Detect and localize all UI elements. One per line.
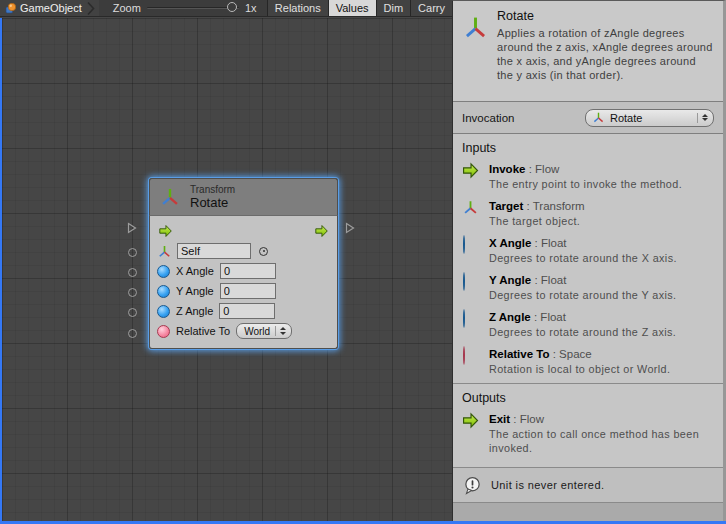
z-angle-field[interactable] xyxy=(219,303,275,319)
x-angle-row: X Angle xyxy=(157,261,330,281)
outputs-header: Outputs xyxy=(453,384,723,411)
object-picker-icon[interactable] xyxy=(259,247,268,256)
gameobject-icon xyxy=(4,2,17,15)
tab-values[interactable]: Values xyxy=(328,0,376,16)
zoom-control: Zoom 1x xyxy=(99,0,257,16)
exit-flow-icon[interactable] xyxy=(313,224,330,238)
node-kind: Transform xyxy=(190,184,235,195)
warning-banner: Unit is never entered. xyxy=(453,467,723,503)
relative-to-port-icon[interactable] xyxy=(157,325,170,338)
zoom-value: 1x xyxy=(245,2,257,14)
transform-axes-icon xyxy=(462,14,489,41)
z-angle-label: Z Angle xyxy=(176,305,213,317)
port-description: The target object. xyxy=(489,214,713,228)
relative-to-dropdown[interactable]: World xyxy=(236,323,292,339)
inspector-footer xyxy=(453,503,723,521)
tab-relations[interactable]: Relations xyxy=(267,0,328,16)
relative-to-row: Relative To World xyxy=(157,321,330,341)
transform-axes-icon xyxy=(462,199,479,216)
float-port-icon xyxy=(462,273,479,290)
invoke-flow-icon[interactable] xyxy=(157,224,174,238)
unit-description-panel: Rotate Applies a rotation of zAngle degr… xyxy=(453,1,723,102)
tab-carry[interactable]: Carry xyxy=(410,0,452,16)
y-angle-row: Y Angle xyxy=(157,281,330,301)
warning-icon xyxy=(463,476,482,495)
target-self-field[interactable] xyxy=(177,243,251,259)
node-title: Rotate xyxy=(190,195,235,210)
invocation-label: Invocation xyxy=(462,112,514,124)
inputs-header: Inputs xyxy=(453,134,723,161)
x-angle-field[interactable] xyxy=(220,263,276,279)
float-port-icon xyxy=(462,310,479,327)
x-angle-port-icon[interactable] xyxy=(157,265,170,278)
breadcrumb-label: GameObject xyxy=(20,2,82,14)
y-angle-input-connector[interactable] xyxy=(128,288,137,297)
breadcrumb[interactable]: GameObject xyxy=(0,0,99,16)
flow-input-connector[interactable] xyxy=(127,222,137,234)
inspector-description: Applies a rotation of zAngle degrees aro… xyxy=(497,26,713,82)
x-angle-label: X Angle xyxy=(176,265,214,277)
flow-output-connector[interactable] xyxy=(345,222,355,234)
y-angle-port-icon[interactable] xyxy=(157,285,170,298)
x-angle-input-connector[interactable] xyxy=(128,268,137,277)
breadcrumb-chevron-icon xyxy=(87,1,95,16)
input-item-z-angle: Z Angle : Float Degrees to rotate around… xyxy=(453,309,723,346)
y-angle-field[interactable] xyxy=(220,283,276,299)
target-row xyxy=(157,241,330,261)
input-item-invoke: Invoke : Flow The entry point to invoke … xyxy=(453,161,723,198)
output-item-exit: Exit : Flow The action to call once meth… xyxy=(453,411,723,462)
port-description: Rotation is local to object or World. xyxy=(489,362,713,376)
transform-axes-icon xyxy=(159,186,181,208)
port-description: Degrees to rotate around the X axis. xyxy=(489,251,713,265)
transform-rotate-node[interactable]: Transform Rotate X Angle Y Angle xyxy=(149,178,338,349)
transform-axes-icon xyxy=(592,111,605,124)
relative-to-input-connector[interactable] xyxy=(128,329,137,338)
zoom-slider-handle[interactable] xyxy=(227,2,237,12)
target-input-connector[interactable] xyxy=(128,248,137,257)
dropdown-arrows-icon xyxy=(275,326,286,336)
port-description: Degrees to rotate around the Y axis. xyxy=(489,288,713,302)
port-description: The entry point to invoke the method. xyxy=(489,177,713,191)
graph-toolbar: GameObject Zoom 1x Relations Values Dim … xyxy=(0,0,452,17)
zoom-label: Zoom xyxy=(113,2,141,14)
z-angle-port-icon[interactable] xyxy=(157,305,170,318)
invocation-dropdown[interactable]: Rotate xyxy=(585,109,714,127)
bolt-editor-window: GameObject Zoom 1x Relations Values Dim … xyxy=(0,0,726,524)
inspector-title: Rotate xyxy=(497,9,713,23)
float-port-icon xyxy=(462,236,479,253)
input-item-relative-to: Relative To : Space Rotation is local to… xyxy=(453,346,723,383)
port-description: The action to call once method has been … xyxy=(489,427,713,455)
tab-dim[interactable]: Dim xyxy=(376,0,411,16)
node-body: X Angle Y Angle Z Angle Relative To Worl… xyxy=(149,215,338,349)
relative-to-label: Relative To xyxy=(176,325,230,337)
warning-text: Unit is never entered. xyxy=(491,479,604,491)
flow-arrow-icon xyxy=(462,162,479,179)
input-item-target: Target : Transform The target object. xyxy=(453,198,723,235)
space-port-icon xyxy=(462,347,479,364)
port-description: Degrees to rotate around the Z axis. xyxy=(489,325,713,339)
zoom-slider[interactable] xyxy=(147,7,239,9)
input-item-y-angle: Y Angle : Float Degrees to rotate around… xyxy=(453,272,723,309)
input-item-x-angle: X Angle : Float Degrees to rotate around… xyxy=(453,235,723,272)
z-angle-row: Z Angle xyxy=(157,301,330,321)
dropdown-arrows-icon xyxy=(697,113,708,123)
node-header[interactable]: Transform Rotate xyxy=(149,178,338,215)
invocation-row: Invocation Rotate xyxy=(453,102,723,134)
z-angle-input-connector[interactable] xyxy=(128,308,137,317)
transform-axes-icon xyxy=(157,244,172,259)
y-angle-label: Y Angle xyxy=(176,285,214,297)
flow-arrow-icon xyxy=(462,412,479,429)
inspector-panel: Rotate Applies a rotation of zAngle degr… xyxy=(452,0,726,521)
toolbar-tabs: Relations Values Dim Carry xyxy=(267,0,452,16)
